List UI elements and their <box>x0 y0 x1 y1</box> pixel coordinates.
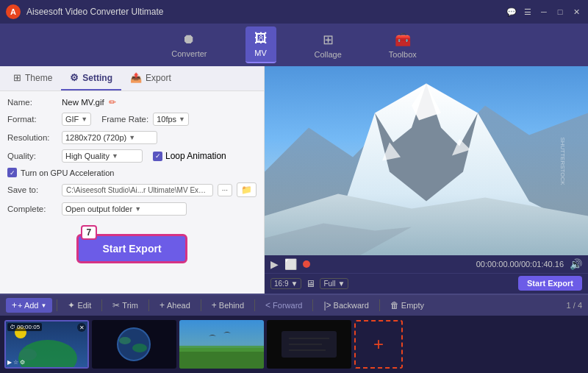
ratio-arrow-icon: ▼ <box>290 280 298 288</box>
add-arrow-icon: ▼ <box>40 302 46 309</box>
app-title: Aiseesoft Video Converter Ultimate <box>26 7 506 17</box>
clip-strip: ⏱00:00:05 ▶ ☆ ⚙ ✕ <box>0 316 588 373</box>
maximize-btn[interactable]: □ <box>554 6 566 18</box>
mountain-scene <box>265 66 588 255</box>
clip-1-play[interactable]: ▶ <box>7 359 12 366</box>
close-btn[interactable]: ✕ <box>570 6 582 18</box>
complete-arrow-icon: ▼ <box>135 205 141 213</box>
theme-icon: ⊞ <box>13 72 21 83</box>
toolbar: + + Add ▼ ✦ Edit ✂ Trim + Ahead + Be <box>0 294 588 316</box>
clip-2-thumbnail <box>92 320 176 369</box>
play-btn[interactable]: ▶ <box>270 258 279 270</box>
stop-btn[interactable]: ⬜ <box>284 258 297 270</box>
framerate-select[interactable]: 10fps ▼ <box>153 113 189 126</box>
page-indicator: 1 / 4 <box>567 301 582 310</box>
right-panel: SHUTTERSTOCK ▶ ⬜ 00:00:00.00/00:01:40.16… <box>265 66 588 294</box>
clip-2[interactable] <box>92 320 176 369</box>
add-clip-btn[interactable]: + <box>354 320 403 369</box>
behind-icon: + <box>212 300 217 310</box>
quality-select[interactable]: High Quality ▼ <box>62 149 143 163</box>
chat-btn[interactable]: 💬 <box>506 6 517 18</box>
name-value: New MV.gif <box>62 98 104 107</box>
resolution-arrow-icon: ▼ <box>129 134 135 141</box>
svg-rect-20 <box>179 346 264 352</box>
empty-icon: 🗑 <box>390 300 399 310</box>
clip-3[interactable] <box>179 320 264 369</box>
nav-converter[interactable]: ⏺ Converter <box>162 27 215 63</box>
loop-label: Loop Animation <box>165 151 226 161</box>
gpu-label: Turn on GPU Acceleration <box>21 168 114 177</box>
edit-btn[interactable]: ✦ Edit <box>62 298 97 313</box>
save-to-label: Save to: <box>7 185 57 194</box>
empty-btn[interactable]: 🗑 Empty <box>384 298 430 313</box>
nav-collage[interactable]: ⊞ Collage <box>306 27 351 63</box>
edit-icon: ✦ <box>68 300 75 310</box>
format-select[interactable]: GIF ▼ <box>62 113 91 126</box>
ahead-btn[interactable]: + Ahead <box>154 298 196 313</box>
behind-btn[interactable]: + Behind <box>206 298 250 313</box>
top-nav: ⏺ Converter 🖼 MV ⊞ Collage 🧰 Toolbox <box>0 24 588 66</box>
clip-1-star[interactable]: ☆ <box>13 359 18 366</box>
toolbar-sep-7 <box>379 299 380 311</box>
video-background: SHUTTERSTOCK <box>265 66 588 255</box>
app-logo: A <box>6 4 21 19</box>
tab-export[interactable]: 📤 Export <box>121 66 180 90</box>
framerate-label: Frame Rate: <box>101 115 148 124</box>
complete-row: Complete: Open output folder ▼ <box>7 202 257 216</box>
loop-row: ✓ Loop Animation <box>153 151 226 161</box>
menu-btn[interactable]: ☰ <box>522 6 534 18</box>
name-edit-icon[interactable]: ✏ <box>109 97 116 107</box>
clip-1-close[interactable]: ✕ <box>77 323 86 332</box>
setting-icon: ⚙ <box>70 72 79 83</box>
full-select[interactable]: Full ▼ <box>320 278 348 289</box>
clip-4[interactable] <box>267 320 351 369</box>
converter-icon: ⏺ <box>182 32 196 47</box>
nav-toolbox[interactable]: 🧰 Toolbox <box>380 27 426 63</box>
export-btn-container: 7 Start Export <box>7 221 257 271</box>
collage-icon: ⊞ <box>323 32 334 48</box>
svg-point-16 <box>119 337 131 344</box>
mv-icon: 🖼 <box>254 31 268 46</box>
minimize-btn[interactable]: ─ <box>538 6 550 18</box>
quality-arrow-icon: ▼ <box>112 152 118 160</box>
add-btn[interactable]: + + Add ▼ <box>6 298 52 313</box>
screen-btn[interactable]: 🖥 <box>306 278 315 289</box>
toolbar-sep-5 <box>254 299 255 311</box>
start-export-right-btn[interactable]: Start Export <box>518 276 582 291</box>
ratio-select[interactable]: 16:9 ▼ <box>270 278 301 289</box>
add-clip-icon: + <box>373 334 384 355</box>
format-row: Format: GIF ▼ Frame Rate: 10fps ▼ <box>7 113 257 126</box>
format-arrow-icon: ▼ <box>81 116 87 123</box>
forward-icon: < <box>265 300 270 310</box>
clip-1[interactable]: ⏱00:00:05 ▶ ☆ ⚙ ✕ <box>4 320 89 369</box>
save-row: Save to: C:\Aiseesoft Studio\Ai...r Ulti… <box>7 182 257 197</box>
backward-btn[interactable]: |> Backward <box>318 298 374 313</box>
trim-btn[interactable]: ✂ Trim <box>107 298 144 313</box>
folder-btn[interactable]: 📁 <box>237 182 257 197</box>
export-icon: 📤 <box>130 72 142 83</box>
video-controls-row2: 16:9 ▼ 🖥 Full ▼ Start Export <box>265 273 588 294</box>
complete-select[interactable]: Open output folder ▼ <box>62 202 187 216</box>
loop-checkbox[interactable]: ✓ <box>153 152 162 161</box>
title-bar: A Aiseesoft Video Converter Ultimate 💬 ☰… <box>0 0 588 24</box>
toolbar-sep-3 <box>148 299 149 311</box>
gpu-checkbox[interactable]: ✓ <box>7 168 17 177</box>
path-more-btn[interactable]: ··· <box>218 184 232 196</box>
toolbar-sep-1 <box>57 299 57 311</box>
resolution-row: Resolution: 1280x720 (720p) ▼ <box>7 131 257 144</box>
nav-mv[interactable]: 🖼 MV <box>245 26 276 63</box>
full-arrow-icon: ▼ <box>338 280 345 288</box>
toolbar-sep-6 <box>312 299 313 311</box>
format-label: Format: <box>7 115 57 124</box>
tab-theme[interactable]: ⊞ Theme <box>4 66 61 90</box>
trim-icon: ✂ <box>112 300 120 310</box>
left-panel: ⊞ Theme ⚙ Setting 📤 Export Name: New MV.… <box>0 66 265 294</box>
settings-content: Name: New MV.gif ✏ Format: GIF ▼ Frame R… <box>0 91 264 294</box>
quality-label: Quality: <box>7 152 57 160</box>
forward-btn[interactable]: < Forward <box>259 298 308 313</box>
clip-1-settings[interactable]: ⚙ <box>20 359 25 366</box>
ahead-icon: + <box>159 300 165 310</box>
tab-setting[interactable]: ⚙ Setting <box>61 66 121 90</box>
volume-btn[interactable]: 🔊 <box>570 258 582 270</box>
resolution-select[interactable]: 1280x720 (720p) ▼ <box>62 131 157 144</box>
